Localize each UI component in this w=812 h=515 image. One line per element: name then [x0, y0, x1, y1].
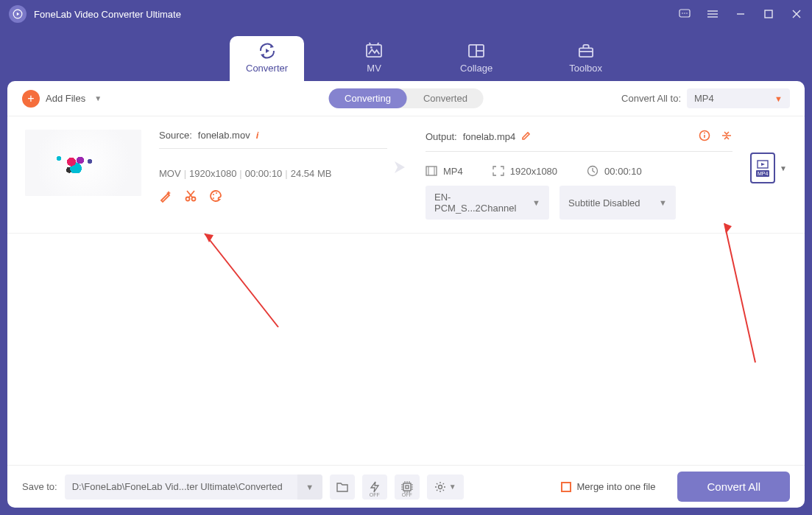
output-label: Output:: [426, 131, 457, 142]
svg-point-35: [704, 133, 705, 134]
chevron-down-icon: ▼: [774, 94, 783, 103]
merge-checkbox[interactable]: Merge into one file: [561, 481, 656, 492]
subtitle-select[interactable]: Subtitle Disabled ▼: [559, 186, 676, 220]
svg-marker-1: [17, 13, 19, 16]
svg-point-31: [213, 197, 214, 199]
settings-button[interactable]: ▼: [427, 474, 464, 500]
clock-icon: [587, 165, 599, 177]
svg-marker-15: [266, 49, 269, 53]
tab-converter[interactable]: Converter: [230, 36, 304, 81]
app-logo: [9, 5, 27, 23]
save-path-input[interactable]: [65, 474, 297, 499]
toolbox-icon: [576, 43, 596, 58]
svg-rect-49: [406, 486, 409, 488]
svg-rect-16: [367, 45, 381, 57]
arrow-icon: [387, 158, 417, 176]
convert-all-to-select[interactable]: MP4 ▼: [687, 88, 790, 108]
svg-point-26: [192, 197, 196, 201]
hardware-accel-button[interactable]: OFF: [362, 474, 387, 500]
gpu-button[interactable]: OFF: [395, 474, 420, 500]
svg-line-43: [205, 234, 278, 327]
tab-label: Toolbox: [569, 63, 602, 74]
svg-line-45: [724, 223, 755, 362]
tab-label: Converter: [246, 63, 288, 74]
annotation-arrow: [191, 220, 287, 334]
svg-rect-37: [426, 167, 437, 175]
tab-label: Collage: [460, 63, 493, 74]
tab-label: MV: [367, 63, 381, 74]
resolution-icon: [493, 166, 504, 176]
main-panel: + Add Files ▼ Converting Converted Conve…: [7, 81, 805, 508]
svg-marker-44: [205, 234, 213, 242]
svg-marker-32: [395, 161, 405, 173]
svg-point-17: [370, 46, 373, 49]
checkbox-icon: [561, 482, 571, 492]
video-icon: [757, 160, 769, 169]
app-title: FoneLab Video Converter Ultimate: [34, 9, 678, 20]
folder-icon: [336, 481, 349, 493]
output-container-chip: MP4: [426, 166, 463, 177]
svg-point-62: [438, 485, 442, 488]
enhance-icon[interactable]: [159, 189, 172, 203]
tab-toolbox[interactable]: Toolbox: [553, 36, 618, 81]
file-row: Source: fonelab.mov i MOV|1920x1080|00:0…: [7, 116, 805, 234]
minimize-icon[interactable]: [734, 7, 747, 21]
close-icon[interactable]: [790, 7, 803, 21]
mode-converted[interactable]: Converted: [407, 88, 484, 108]
bolt-icon: [369, 481, 381, 493]
save-to-label: Save to:: [22, 481, 57, 492]
svg-point-5: [686, 13, 688, 14]
chevron-down-icon: ▼: [94, 94, 102, 102]
svg-marker-42: [761, 163, 765, 166]
titlebar: FoneLab Video Converter Ultimate: [0, 0, 812, 28]
add-files-label: Add Files: [46, 93, 85, 104]
output-filename: fonelab.mp4: [463, 131, 516, 142]
video-thumbnail[interactable]: [25, 130, 141, 196]
tab-mv[interactable]: MV: [348, 36, 400, 81]
svg-rect-10: [765, 10, 772, 18]
svg-rect-48: [403, 483, 411, 491]
convert-all-button[interactable]: Convert All: [677, 472, 790, 502]
source-meta: MOV|1920x1080|00:00:10|24.54 MB: [159, 168, 387, 179]
output-format-tile[interactable]: MP4: [750, 153, 775, 183]
feedback-icon[interactable]: [678, 7, 691, 21]
cut-icon[interactable]: [184, 189, 197, 203]
tab-collage[interactable]: Collage: [444, 36, 509, 81]
format-tile-dropdown[interactable]: ▼: [780, 164, 787, 172]
annotation-arrow: [713, 211, 764, 374]
source-label: Source:: [159, 130, 192, 141]
svg-point-29: [213, 194, 214, 195]
chevron-down-icon: ▼: [449, 483, 456, 491]
save-path-dropdown[interactable]: ▼: [297, 474, 322, 500]
mode-converting[interactable]: Converting: [328, 88, 407, 108]
open-folder-button[interactable]: [330, 474, 355, 500]
compress-icon[interactable]: [721, 130, 732, 144]
palette-icon[interactable]: [209, 189, 222, 203]
svg-point-3: [682, 13, 683, 14]
info-icon[interactable]: i: [256, 130, 259, 141]
audio-track-select[interactable]: EN-PCM_S...2Channel ▼: [426, 186, 549, 220]
save-path-field: ▼: [65, 474, 322, 500]
chevron-down-icon: ▼: [659, 198, 667, 207]
converter-icon: [258, 43, 277, 58]
nav-area: Converter MV Collage Toolbox: [0, 28, 812, 81]
convert-all-to-label: Convert All to:: [621, 93, 681, 104]
svg-point-4: [684, 13, 685, 14]
maximize-icon[interactable]: [762, 7, 775, 21]
info-circle-icon[interactable]: [699, 130, 710, 144]
svg-rect-23: [579, 48, 592, 57]
add-files-button[interactable]: + Add Files ▼: [22, 90, 102, 108]
plus-icon: +: [22, 90, 40, 108]
menu-icon[interactable]: [706, 7, 719, 21]
gear-icon: [434, 481, 446, 493]
convert-all-to-value: MP4: [694, 93, 714, 104]
mode-toggle: Converting Converted: [328, 88, 484, 108]
mv-icon: [364, 43, 384, 58]
merge-label: Merge into one file: [577, 481, 656, 492]
output-resolution-chip: 1920x1080: [493, 166, 557, 177]
edit-icon[interactable]: [521, 130, 532, 143]
toolbar: + Add Files ▼ Converting Converted Conve…: [7, 81, 805, 116]
svg-point-25: [186, 197, 190, 201]
film-icon: [426, 166, 437, 176]
format-tile-label: MP4: [756, 170, 769, 177]
